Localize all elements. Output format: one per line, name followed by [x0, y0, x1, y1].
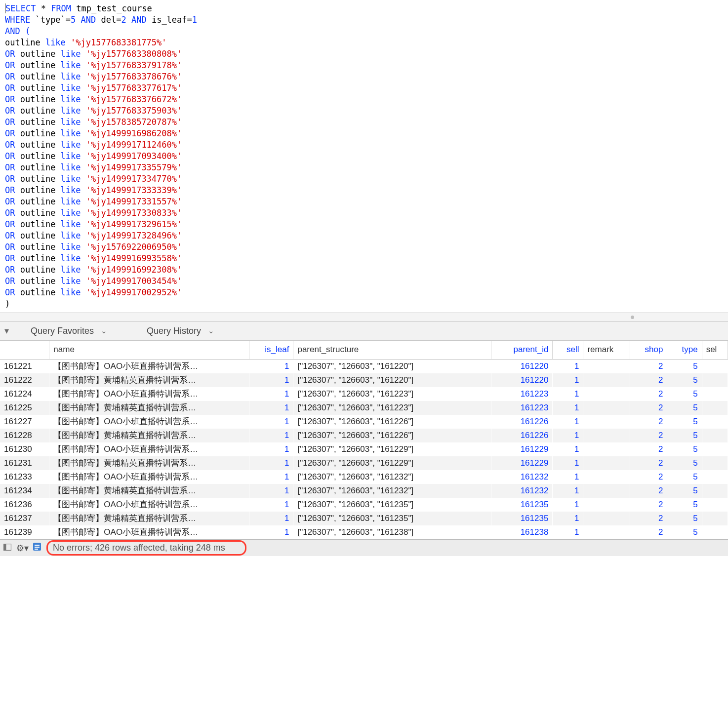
col-parent_id[interactable]: parent_id — [491, 341, 553, 360]
cell[interactable]: 5 — [667, 429, 702, 442]
cell[interactable]: 161226 — [491, 429, 553, 442]
cell[interactable]: 1 — [249, 470, 293, 484]
cell[interactable]: 161227 — [0, 415, 49, 429]
cell[interactable] — [702, 456, 728, 470]
col-remark[interactable]: remark — [583, 341, 630, 360]
cell[interactable]: 161235 — [491, 498, 553, 512]
cell[interactable]: 1 — [553, 512, 583, 525]
cell[interactable] — [583, 442, 630, 456]
col-name[interactable]: name — [49, 341, 249, 360]
cell[interactable]: 1 — [553, 470, 583, 484]
cell[interactable]: 5 — [667, 373, 702, 387]
sheet-icon[interactable] — [30, 542, 44, 554]
cell[interactable]: 1 — [249, 456, 293, 470]
col-rowid[interactable] — [0, 341, 49, 360]
col-shop[interactable]: shop — [630, 341, 667, 360]
cell[interactable] — [702, 387, 728, 401]
cell[interactable]: ["126307", "126603", "161229"] — [293, 456, 491, 470]
cell[interactable]: 161225 — [0, 401, 49, 415]
cell[interactable] — [702, 401, 728, 415]
cell[interactable]: ["126307", "126603", "161223"] — [293, 401, 491, 415]
cell[interactable]: 1 — [553, 442, 583, 456]
cell[interactable]: 2 — [630, 415, 667, 429]
cell[interactable]: 161228 — [0, 429, 49, 442]
col-type[interactable]: type — [667, 341, 702, 360]
cell[interactable]: 1 — [553, 387, 583, 401]
cell[interactable]: 161233 — [0, 470, 49, 484]
col-sel[interactable]: sel — [702, 341, 728, 360]
cell[interactable]: 【图书邮寄】OAO小班直播特训营系… — [49, 387, 249, 401]
cell[interactable] — [583, 512, 630, 525]
cell[interactable]: 161229 — [491, 442, 553, 456]
cell[interactable]: 【图书邮寄】黄埔精英直播特训营系… — [49, 456, 249, 470]
cell[interactable]: 1 — [553, 360, 583, 374]
cell[interactable] — [583, 360, 630, 374]
cell[interactable] — [702, 484, 728, 498]
table-row[interactable]: 161233【图书邮寄】OAO小班直播特训营系…1["126307", "126… — [0, 470, 728, 484]
cell[interactable] — [583, 401, 630, 415]
cell[interactable]: 5 — [667, 387, 702, 401]
cell[interactable]: ["126307", "126603", "161229"] — [293, 442, 491, 456]
cell[interactable]: 1 — [249, 525, 293, 539]
cell[interactable]: ["126307", "126603", "161232"] — [293, 470, 491, 484]
cell[interactable]: 2 — [630, 498, 667, 512]
cell[interactable]: 161230 — [0, 442, 49, 456]
cell[interactable]: 【图书邮寄】OAO小班直播特训营系… — [49, 470, 249, 484]
cell[interactable]: 2 — [630, 360, 667, 374]
cell[interactable]: 【图书邮寄】黄埔精英直播特训营系… — [49, 373, 249, 387]
cell[interactable] — [583, 456, 630, 470]
cell[interactable]: 161232 — [491, 484, 553, 498]
cell[interactable]: ["126307", "126603", "161235"] — [293, 498, 491, 512]
cell[interactable]: 161224 — [0, 387, 49, 401]
cell[interactable]: 2 — [630, 456, 667, 470]
cell[interactable]: 161221 — [0, 360, 49, 374]
cell[interactable]: 1 — [249, 415, 293, 429]
left-panel-icon[interactable] — [0, 543, 15, 553]
cell[interactable]: 5 — [667, 442, 702, 456]
table-row[interactable]: 161231【图书邮寄】黄埔精英直播特训营系…1["126307", "1266… — [0, 456, 728, 470]
cell[interactable] — [702, 498, 728, 512]
pane-splitter[interactable] — [0, 313, 728, 321]
table-row[interactable]: 161234【图书邮寄】黄埔精英直播特训营系…1["126307", "1266… — [0, 484, 728, 498]
cell[interactable]: 1 — [249, 373, 293, 387]
chevron-down-icon[interactable]: ⌄ — [101, 326, 107, 335]
cell[interactable]: ["126307", "126603", "161220"] — [293, 373, 491, 387]
cell[interactable]: 1 — [249, 442, 293, 456]
cell[interactable]: 1 — [249, 360, 293, 374]
cell[interactable]: 2 — [630, 387, 667, 401]
cell[interactable]: 5 — [667, 484, 702, 498]
cell[interactable]: 5 — [667, 498, 702, 512]
table-row[interactable]: 161225【图书邮寄】黄埔精英直播特训营系…1["126307", "1266… — [0, 401, 728, 415]
cell[interactable] — [702, 373, 728, 387]
table-row[interactable]: 161239【图书邮寄】OAO小班直播特训营系…1["126307", "126… — [0, 525, 728, 539]
cell[interactable]: 161223 — [491, 387, 553, 401]
table-row[interactable]: 161237【图书邮寄】黄埔精英直播特训营系…1["126307", "1266… — [0, 512, 728, 525]
cell[interactable]: 1 — [553, 484, 583, 498]
cell[interactable]: 5 — [667, 512, 702, 525]
table-row[interactable]: 161230【图书邮寄】OAO小班直播特训营系…1["126307", "126… — [0, 442, 728, 456]
table-row[interactable]: 161227【图书邮寄】OAO小班直播特训营系…1["126307", "126… — [0, 415, 728, 429]
cell[interactable]: 161239 — [0, 525, 49, 539]
cell[interactable]: 161229 — [491, 456, 553, 470]
cell[interactable]: ["126307", "126603", "161226"] — [293, 415, 491, 429]
cell[interactable]: 1 — [553, 401, 583, 415]
cell[interactable]: 【图书邮寄】OAO小班直播特训营系… — [49, 360, 249, 374]
table-row[interactable]: 161222【图书邮寄】黄埔精英直播特训营系…1["126307", "1266… — [0, 373, 728, 387]
cell[interactable]: 2 — [630, 470, 667, 484]
cell[interactable]: 1 — [553, 456, 583, 470]
table-row[interactable]: 161228【图书邮寄】黄埔精英直播特训营系…1["126307", "1266… — [0, 429, 728, 442]
cell[interactable]: ["126307", "126603", "161226"] — [293, 429, 491, 442]
cell[interactable] — [583, 387, 630, 401]
cell[interactable]: 5 — [667, 360, 702, 374]
col-parent_structure[interactable]: parent_structure — [293, 341, 491, 360]
cell[interactable]: 161238 — [491, 525, 553, 539]
table-row[interactable]: 161224【图书邮寄】OAO小班直播特训营系…1["126307", "126… — [0, 387, 728, 401]
cell[interactable] — [583, 484, 630, 498]
cell[interactable]: 【图书邮寄】黄埔精英直播特训营系… — [49, 429, 249, 442]
cell[interactable]: 161236 — [0, 498, 49, 512]
cell[interactable]: 5 — [667, 456, 702, 470]
cell[interactable]: 161232 — [491, 470, 553, 484]
cell[interactable]: 5 — [667, 470, 702, 484]
cell[interactable]: 2 — [630, 401, 667, 415]
cell[interactable]: 1 — [249, 484, 293, 498]
